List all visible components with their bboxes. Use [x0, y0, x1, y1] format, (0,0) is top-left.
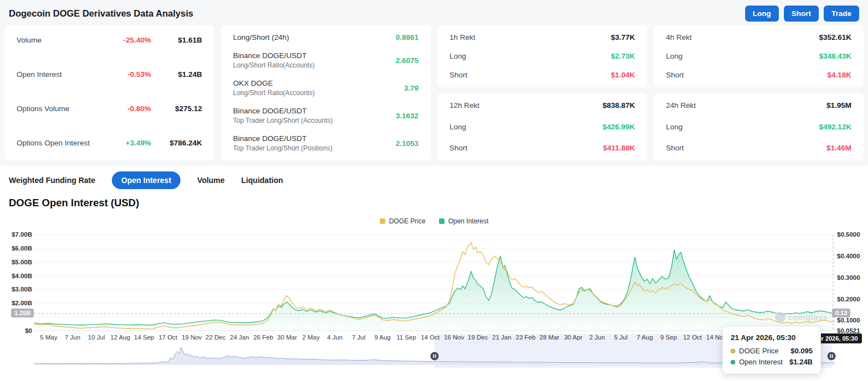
rekt-total-value: $1.95M [826, 101, 851, 109]
long-short-ratios-card: Long/Short (24h)0.8861Binance DOGE/USDTL… [221, 25, 431, 160]
rekt-label: Short [666, 144, 684, 152]
right-axis-tick: $0.4000 [837, 253, 860, 259]
rekt-total-value: $3.77K [611, 33, 635, 41]
stat-value: $275.12 [151, 105, 202, 113]
x-axis-tick: 23 Feb [515, 334, 535, 341]
x-axis-tick: 14 Sep [134, 334, 154, 341]
tab-weighted-funding-rate[interactable]: Weighted Funding Rate [9, 171, 95, 189]
rekt-row: Short$1.46M [666, 144, 851, 152]
x-axis-tick: 11 Sep [396, 334, 416, 341]
rekt-short-value: $1.46M [826, 144, 851, 152]
ratio-label: Binance DOGE/USDT [233, 51, 314, 60]
ratio-labels: OKX DOGELong/Short Ratio(Accounts) [233, 79, 314, 97]
rekt-row: Short$1.04K [450, 71, 635, 79]
x-axis-tick: 24 Jan [230, 334, 249, 341]
tooltip-series-label: DOGE Price [739, 347, 779, 355]
legend-swatch-icon [439, 218, 445, 224]
chart-legend: DOGE PriceOpen Interest [0, 217, 868, 225]
rekt-row: Short$411.88K [450, 144, 635, 152]
legend-item-doge-price[interactable]: DOGE Price [380, 217, 426, 225]
rekt-label: 12h Rekt [450, 101, 479, 109]
x-axis-tick: 28 Mar [540, 334, 560, 341]
x-axis-tick: 10 Jul [88, 334, 105, 341]
left-axis-tick: $2.00B [12, 300, 32, 306]
stat-change: -0.53% [107, 70, 151, 79]
tab-liquidation[interactable]: Liquidation [241, 171, 283, 189]
rekt-row: 24h Rekt$1.95M [666, 101, 851, 109]
x-axis-tick: 17 Oct [158, 334, 178, 341]
rekt-long-value: $426.99K [602, 123, 635, 131]
crosshair-left-value-badge: 1.25B [11, 309, 34, 317]
x-axis-tick: 26 Feb [254, 334, 273, 341]
navigator-handle-left[interactable] [431, 352, 439, 361]
stat-label: Options Open Interest [17, 139, 90, 147]
stat-value: $786.24K [151, 139, 202, 147]
tooltip-row: DOGE Price$0.095 [731, 347, 813, 355]
left-axis-tick: $0 [25, 327, 32, 334]
ratio-value: 3.79 [404, 84, 418, 92]
right-axis-tick: $0.1000 [837, 317, 860, 323]
tooltip-series-dot-icon [731, 349, 735, 353]
coinglass-watermark: coinglass [775, 312, 828, 322]
rekt-row: 12h Rekt$838.87K [450, 101, 635, 109]
left-axis-tick: $4.00B [12, 273, 32, 279]
ratio-sublabel: Top Trader Long/Short (Positions) [233, 144, 332, 152]
rekt-column-1: 1h Rekt$3.77KLong$2.73KShort$1.04K12h Re… [437, 25, 647, 160]
tab-open-interest[interactable]: Open Interest [112, 171, 180, 189]
stat-label: Options Volume [17, 105, 69, 113]
x-axis-tick: 9 Aug [374, 334, 390, 341]
rekt-label: Long [666, 123, 683, 131]
stat-row: Options Open Interest+3.49%$786.24K [17, 139, 202, 147]
rekt-row: Long$348.43K [666, 52, 851, 60]
trade-button[interactable]: Trade [824, 6, 859, 22]
rekt-label: Long [666, 52, 683, 60]
tooltip-series-value: $1.24B [789, 358, 813, 366]
right-axis-tick: $0.3000 [837, 274, 860, 281]
tab-volume[interactable]: Volume [197, 171, 225, 189]
rekt-column-2: 4h Rekt$352.61KLong$348.43KShort$4.18K24… [654, 25, 864, 160]
ratio-value: 2.6075 [396, 56, 418, 65]
x-axis-tick: 19 Nov [182, 334, 202, 341]
tooltip-series-label: Open Interest [739, 358, 783, 366]
stat-row: Volume-25.40%$1.61B [17, 36, 202, 44]
page-title: Dogecoin DOGE Derivatives Data Analysis [9, 8, 193, 19]
x-axis-tick: 14 Oct [421, 334, 440, 341]
x-axis-tick: 2 Jun [590, 334, 605, 341]
tooltip-rows: DOGE Price$0.095Open Interest$1.24B [731, 347, 813, 366]
tooltip-series-value: $0.095 [790, 347, 813, 355]
navigator-handle-right[interactable] [828, 352, 836, 361]
rekt-card-24h-rekt: 24h Rekt$1.95MLong$492.12KShort$1.46M [654, 93, 864, 160]
rekt-label: 1h Rekt [450, 33, 476, 41]
stat-row: Options Volume-0.80%$275.12 [17, 105, 202, 113]
x-axis-tick: 5 Jul [614, 334, 628, 341]
long-button[interactable]: Long [745, 6, 779, 22]
rekt-label: Short [450, 144, 467, 152]
rekt-label: 24h Rekt [666, 101, 696, 109]
ratio-label: OKX DOGE [233, 79, 314, 87]
ratio-value: 3.1632 [396, 112, 418, 120]
x-axis-tick: 2 May [302, 334, 320, 341]
ratio-labels: Binance DOGE/USDTTop Trader Long/Short (… [233, 107, 333, 124]
tooltip-date: 21 Apr 2026, 05:30 [731, 333, 813, 342]
rekt-label: Short [450, 71, 467, 79]
ratio-sublabel: Long/Short Ratio(Accounts) [233, 61, 314, 69]
stat-value: $1.61B [151, 36, 202, 44]
stat-row: Open Interest-0.53%$1.24B [17, 70, 202, 79]
rekt-card-1h-rekt: 1h Rekt$3.77KLong$2.73KShort$1.04K [437, 25, 647, 87]
market-stats-card: Volume-25.40%$1.61BOpen Interest-0.53%$1… [4, 25, 214, 160]
stat-value: $1.24B [151, 70, 202, 79]
stat-change: -25.40% [107, 36, 151, 44]
x-axis-tick: 7 Jun [65, 334, 80, 341]
ratio-row: Binance DOGE/USDTTop Trader Long/Short (… [233, 107, 418, 124]
stat-label: Volume [17, 36, 42, 44]
left-axis-tick: $7.00B [12, 231, 32, 238]
short-button[interactable]: Short [784, 6, 819, 22]
rekt-row: Short$4.18K [666, 71, 851, 79]
legend-item-open-interest[interactable]: Open Interest [439, 217, 489, 225]
rekt-row: Long$492.12K [666, 123, 851, 131]
stat-change: +3.49% [107, 139, 151, 147]
ratio-row: Long/Short (24h)0.8861 [233, 33, 418, 41]
rekt-card-12h-rekt: 12h Rekt$838.87KLong$426.99KShort$411.88… [437, 93, 647, 160]
ratio-labels: Binance DOGE/USDTTop Trader Long/Short (… [233, 134, 332, 152]
stats-cards-row: Volume-25.40%$1.61BOpen Interest-0.53%$1… [4, 25, 864, 160]
